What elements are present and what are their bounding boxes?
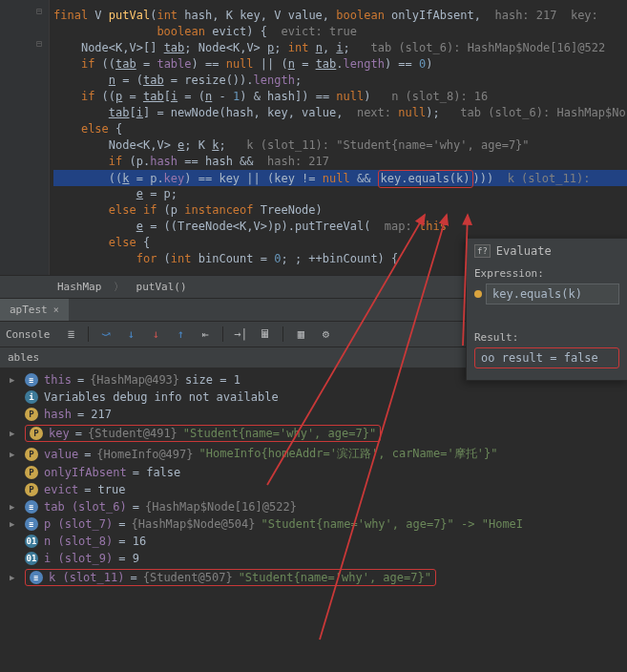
- object-icon: ≡: [30, 571, 43, 584]
- code-line[interactable]: e = p;: [53, 186, 627, 202]
- info-icon: i: [25, 390, 38, 404]
- breadcrumb-method[interactable]: putVal(): [136, 281, 187, 293]
- force-step-into-icon[interactable]: ↓: [146, 325, 165, 344]
- drop-frame-icon[interactable]: ⇤: [196, 325, 215, 344]
- result-label: Result:: [474, 331, 619, 344]
- table-icon[interactable]: ▦: [291, 325, 310, 344]
- result-text: oo result = false: [481, 351, 598, 365]
- code-editor[interactable]: ⊟ ⊟ final V putVal(int hash, K key, V va…: [0, 0, 627, 275]
- console-label[interactable]: Console: [6, 328, 50, 341]
- param-icon: P: [25, 466, 38, 479]
- gutter: ⊟ ⊟: [0, 0, 50, 275]
- settings-icon[interactable]: ⚙: [316, 325, 335, 344]
- run-to-cursor-icon[interactable]: →|: [231, 325, 250, 344]
- highlighted-expression: key.equals(k): [378, 170, 473, 188]
- code-line[interactable]: boolean evict) { evict: true: [53, 24, 627, 40]
- param-icon: P: [25, 483, 38, 496]
- tab-aptest[interactable]: apTest ×: [0, 299, 69, 321]
- var-i[interactable]: 01i (slot_9) = 9: [0, 550, 627, 567]
- code-line[interactable]: if ((p = tab[i = (n - 1) & hash]) == nul…: [53, 89, 627, 105]
- variables-panel[interactable]: ▶≡this = {HashMap@493} size = 1 iVariabl…: [0, 368, 627, 592]
- step-out-icon[interactable]: ↑: [171, 325, 190, 344]
- int-icon: 01: [25, 552, 38, 565]
- var-hash[interactable]: Phash = 217: [0, 406, 627, 423]
- evaluate-icon[interactable]: 🖩: [256, 325, 275, 344]
- int-icon: 01: [25, 535, 38, 548]
- breadcrumb-class[interactable]: HashMap: [57, 281, 101, 293]
- object-icon: ≡: [25, 517, 38, 531]
- close-icon[interactable]: ×: [53, 304, 59, 315]
- array-icon: ≡: [25, 500, 38, 514]
- expression-label: Expression:: [474, 267, 619, 280]
- collapse-icon[interactable]: ⊟: [36, 38, 46, 48]
- var-n[interactable]: 01n (slot_8) = 16: [0, 533, 627, 550]
- param-icon: P: [25, 448, 38, 461]
- layout-icon[interactable]: ≣: [61, 325, 80, 344]
- evaluate-popup[interactable]: f? Evaluate Expression: Result: oo resul…: [466, 238, 627, 381]
- code-line[interactable]: if ((tab = table) == null || (n = tab.le…: [53, 56, 627, 73]
- step-over-icon[interactable]: ⤻: [96, 325, 115, 344]
- code-line[interactable]: n = (tab = resize()).length;: [53, 73, 627, 89]
- var-evict[interactable]: Pevict = true: [0, 481, 627, 498]
- bullet-icon: [474, 290, 482, 298]
- param-icon: P: [30, 427, 43, 440]
- code-line[interactable]: Node<K,V> e; K k; k (slot_11): "Student{…: [53, 137, 627, 154]
- var-key[interactable]: ▶Pkey = {Student@491} "Student{name='why…: [0, 423, 627, 444]
- code-line[interactable]: else if (p instanceof TreeNode): [53, 202, 627, 219]
- execution-line[interactable]: ((k = p.key) == key || (key != null && k…: [53, 170, 627, 186]
- evaluate-title: f? Evaluate: [474, 244, 619, 258]
- code-line[interactable]: else {: [53, 121, 627, 137]
- breadcrumb-sep: 〉: [114, 281, 124, 293]
- param-icon: P: [25, 408, 38, 421]
- step-into-icon[interactable]: ↓: [121, 325, 140, 344]
- var-p[interactable]: ▶≡p (slot_7) = {HashMap$Node@504} "Stude…: [0, 515, 627, 533]
- evaluate-icon: f?: [474, 244, 491, 258]
- code-line[interactable]: if (p.hash == hash && hash: 217: [53, 154, 627, 170]
- tab-label: apTest: [10, 304, 48, 316]
- code-line[interactable]: tab[i] = newNode(hash, key, value, next:…: [53, 105, 627, 121]
- var-value[interactable]: ▶Pvalue = {HomeInfo@497} "HomeInfo{homeA…: [0, 444, 627, 464]
- evaluate-result: oo result = false: [474, 347, 619, 368]
- collapse-icon[interactable]: ⊟: [36, 6, 46, 15]
- var-onlyifabsent[interactable]: PonlyIfAbsent = false: [0, 464, 627, 481]
- var-info: iVariables debug info not available: [0, 388, 627, 406]
- code-line[interactable]: e = ((TreeNode<K,V>)p).putTreeVal( map: …: [53, 219, 627, 235]
- var-k[interactable]: ▶≡k (slot_11) = {Student@507} "Student{n…: [0, 567, 627, 588]
- code-line[interactable]: final V putVal(int hash, K key, V value,…: [53, 8, 627, 24]
- code-line[interactable]: Node<K,V>[] tab; Node<K,V> p; int n, i; …: [53, 40, 627, 56]
- this-icon: ≡: [25, 373, 38, 387]
- var-tab[interactable]: ▶≡tab (slot_6) = {HashMap$Node[16]@522}: [0, 498, 627, 515]
- expression-input[interactable]: [486, 284, 619, 304]
